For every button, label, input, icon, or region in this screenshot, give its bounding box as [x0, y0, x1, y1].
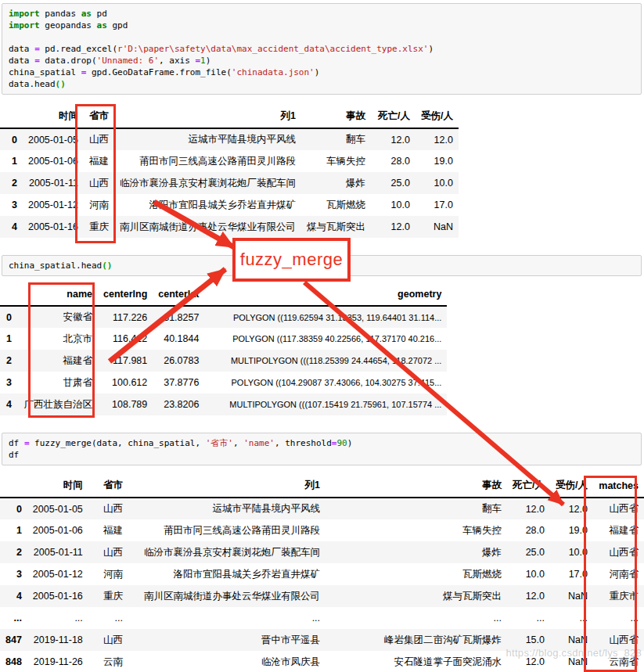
cell: 100.612	[98, 372, 153, 393]
cell: 重庆	[88, 585, 128, 607]
cell: 117.981	[98, 350, 153, 372]
index-cell: 1	[0, 150, 23, 172]
header-row: 时间省市列1事故死亡/人受伤/人	[0, 105, 459, 128]
cell: MULTIPOLYGON (((118.25399 24.44654, 118.…	[204, 350, 447, 372]
cell: 云南	[88, 651, 128, 672]
index-cell: 3	[0, 372, 17, 393]
code-cell-fuzzy-merge[interactable]: df = fuzzy_merge(data, china_spatial, '省…	[2, 433, 642, 465]
table-row: 42005-01-16重庆南川区南城街道办事处云华煤业有限公司煤与瓦斯突出12.…	[0, 216, 459, 238]
cell: 临汾市襄汾县京安村襄浏花炮厂装配车间	[128, 541, 326, 563]
cell: NaN	[416, 216, 459, 238]
cell: ...	[88, 607, 128, 629]
code-line: df = fuzzy_merge(data, china_spatial, '省…	[9, 437, 635, 449]
index-cell: 1	[0, 328, 17, 350]
accidents-head-table: 时间省市列1事故死亡/人受伤/人02005-01-05山西运城市平陆县境内平风线…	[0, 105, 459, 238]
cell: POLYGON ((104.29087 37.43066, 104.30275 …	[204, 372, 447, 393]
cell: 28.0	[507, 519, 550, 541]
cell: 临汾市襄汾县京安村襄浏花炮厂装配车间	[114, 172, 301, 194]
column-header: 时间	[27, 474, 88, 498]
cell: MULTIPOLYGON (((107.15419 21.75961, 107.…	[204, 393, 447, 415]
index-cell: 0	[0, 128, 23, 150]
header-row: 时间省市列1事故死亡/人受伤/人matches	[0, 474, 644, 498]
index-cell: 1	[0, 519, 27, 541]
merged-df-table: 时间省市列1事故死亡/人受伤/人matches02005-01-05山西运城市平…	[0, 474, 644, 672]
cell: ...	[326, 607, 507, 629]
column-header: 事故	[326, 474, 507, 498]
column-header: centerlat	[153, 282, 204, 306]
cell: 108.789	[98, 393, 153, 415]
cell: 莆田市同三线高速公路莆田灵川路段	[128, 519, 326, 541]
cell: 28.0	[371, 150, 416, 172]
table-row: 12005-01-06福建莆田市同三线高速公路莆田灵川路段车辆失控28.019.…	[0, 150, 459, 172]
highlight-box-matches-column	[584, 476, 637, 672]
cell: 2005-01-16	[27, 585, 88, 607]
cell: 河南	[88, 563, 128, 585]
table-row: 02005-01-05山西运城市平陆县境内平风线翻车12.012.0山西省	[0, 498, 644, 519]
column-header: 列1	[114, 105, 301, 128]
table-row: 12005-01-06福建莆田市同三线高速公路莆田灵川路段车辆失控28.019.…	[0, 519, 644, 541]
index-cell: 0	[0, 306, 17, 328]
cell: 翻车	[301, 128, 371, 150]
column-header	[0, 105, 23, 128]
cell: 116.412	[98, 328, 153, 350]
cell: 2019-11-26	[27, 651, 88, 672]
cell: 车辆失控	[301, 150, 371, 172]
cell: 山西	[88, 629, 128, 651]
cell: 山西	[88, 498, 128, 519]
index-cell: 3	[0, 194, 23, 216]
column-header: 死亡/人	[507, 474, 550, 498]
column-header: 死亡/人	[371, 105, 416, 128]
cell: 10.0	[371, 194, 416, 216]
index-cell: 4	[0, 585, 27, 607]
cell: 煤与瓦斯突出	[326, 585, 507, 607]
index-cell: 3	[0, 563, 27, 585]
cell: 晋中市平遥县	[128, 629, 326, 651]
cell: 25.0	[371, 172, 416, 194]
cell: 安石隧道掌子面突泥涌水	[326, 651, 507, 672]
cell: 12.0	[507, 585, 550, 607]
cell: 25.0	[507, 541, 550, 563]
fuzzy-merge-label: fuzzy_merge	[240, 250, 343, 270]
cell: POLYGON ((119.62594 31.13353, 119.64401 …	[204, 306, 447, 328]
cell: 31.8257	[153, 306, 204, 328]
table-row: 22005-01-11山西临汾市襄汾县京安村襄浏花炮厂装配车间爆炸25.010.…	[0, 541, 644, 563]
cell: 南川区南城街道办事处云华煤业有限公司	[114, 216, 301, 238]
cell: 12.0	[371, 216, 416, 238]
cell: 26.0783	[153, 350, 204, 372]
index-cell: ...	[0, 607, 27, 629]
cell: 2005-01-06	[27, 519, 88, 541]
cell: POLYGON ((117.38359 40.22566, 117.37170 …	[204, 328, 447, 350]
column-header: 省市	[88, 474, 128, 498]
code-line: df	[9, 449, 635, 461]
index-cell: 0	[0, 498, 27, 519]
code-line: data = pd.read_excel(r'D:\paper\safety\d…	[9, 43, 635, 55]
cell: 车辆失控	[326, 519, 507, 541]
cell: 19.0	[416, 150, 459, 172]
cell: 福建	[88, 519, 128, 541]
cell: 17.0	[416, 194, 459, 216]
highlight-box-name-column	[28, 282, 95, 418]
code-line: china_spatial = gpd.GeoDataFrame.from_fi…	[9, 66, 635, 78]
column-header	[0, 282, 17, 306]
code-cell-imports[interactable]: import pandas as pdimport geopandas as g…	[2, 3, 642, 95]
cell: 瓦斯燃烧	[301, 194, 371, 216]
cell: ...	[128, 607, 326, 629]
cell: 2005-01-05	[27, 498, 88, 519]
cell: 2005-01-11	[27, 541, 88, 563]
column-header: centerlng	[98, 282, 153, 306]
cell: 洛阳市宜阳县城关乡乔岩直井煤矿	[128, 563, 326, 585]
column-header	[0, 474, 27, 498]
cell: 117.226	[98, 306, 153, 328]
table-row: 22005-01-11山西临汾市襄汾县京安村襄浏花炮厂装配车间爆炸25.010.…	[0, 172, 459, 194]
table-row: ........................	[0, 607, 644, 629]
column-header: geometry	[204, 282, 447, 306]
cell: 12.0	[507, 498, 550, 519]
index-cell: 847	[0, 629, 27, 651]
cell: 12.0	[416, 128, 459, 150]
cell: 10.0	[507, 563, 550, 585]
cell: 23.8206	[153, 393, 204, 415]
cell: ...	[27, 607, 88, 629]
notebook-page: import pandas as pdimport geopandas as g…	[0, 0, 644, 672]
cell: 运城市平陆县境内平风线	[114, 128, 301, 150]
column-header: 事故	[301, 105, 371, 128]
